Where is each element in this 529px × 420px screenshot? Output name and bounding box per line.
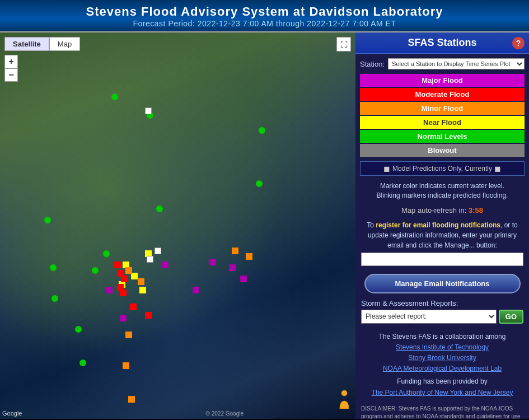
map-marker[interactable]	[139, 287, 146, 293]
station-label: Station:	[360, 60, 385, 68]
svg-point-0	[341, 390, 347, 396]
stony-brook-link[interactable]: Stony Brook University	[361, 353, 523, 363]
go-button[interactable]: GO	[499, 310, 523, 324]
marker-info-line2: Blinking markers indicate predicted floo…	[377, 192, 508, 199]
station-select[interactable]: Select a Station to Display Time Series …	[388, 58, 525, 69]
map-marker[interactable]	[156, 206, 163, 212]
legend-normal-levels: Normal Levels	[360, 130, 525, 143]
map-area[interactable]: Satellite Map + − ⛶ Google © 2022 Google	[0, 32, 355, 419]
copyright-watermark: © 2022 Google	[206, 410, 244, 417]
model-predictions-row: ◼ Model Predictions Only, Currently ◼	[360, 161, 525, 176]
map-marker[interactable]	[193, 287, 199, 293]
map-marker[interactable]	[103, 250, 110, 257]
map-marker[interactable]	[92, 267, 99, 274]
map-marker[interactable]	[75, 326, 82, 333]
header: Stevens Flood Advisory System at Davidso…	[0, 0, 529, 32]
funding-text: Funding has been provided by The Port Au…	[361, 376, 523, 398]
model-icon-right: ◼	[494, 164, 501, 173]
page-title: Stevens Flood Advisory System at Davidso…	[2, 4, 527, 19]
map-marker[interactable]	[121, 276, 128, 282]
storm-section: Storm & Assessment Reports: Please selec…	[355, 296, 529, 327]
sidebar-title: SFAS Stations	[408, 37, 476, 48]
stevens-link[interactable]: Stevens Institute of Technology	[361, 342, 523, 353]
map-marker[interactable]	[232, 248, 238, 254]
map-marker[interactable]	[114, 262, 121, 268]
map-marker[interactable]	[259, 127, 265, 134]
map-marker[interactable]	[125, 267, 132, 274]
map-marker[interactable]	[209, 259, 216, 265]
map-marker[interactable]	[246, 253, 252, 260]
noaa-link[interactable]: NOAA Meteorological Development Lab	[361, 363, 523, 374]
marker-info-line1: Marker color indicates current water lev…	[380, 182, 504, 190]
map-marker[interactable]	[52, 295, 58, 302]
refresh-timer: 3:58	[469, 206, 483, 214]
map-marker[interactable]	[50, 264, 57, 271]
email-input[interactable]	[361, 253, 523, 266]
disclaimer-text: DISCLAIMER: Stevens FAS is supported by …	[361, 405, 521, 419]
map-marker[interactable]	[130, 304, 137, 310]
port-authority-link[interactable]: The Port Authority of New York and New J…	[361, 388, 523, 398]
legend-minor-flood: Minor Flood	[360, 102, 525, 115]
legend-major-flood: Major Flood	[360, 74, 525, 87]
zoom-out-button[interactable]: −	[4, 68, 18, 82]
map-marker[interactable]	[147, 256, 153, 263]
map-marker[interactable]	[125, 332, 132, 338]
legend-moderate-flood: Moderate Flood	[360, 88, 525, 101]
map-marker[interactable]	[240, 276, 247, 282]
map-marker[interactable]	[106, 287, 113, 293]
storm-row: Please select report: GO	[361, 310, 523, 324]
forecast-period: Forecast Period: 2022-12-23 7:00 AM thro…	[2, 19, 527, 28]
map-marker[interactable]	[120, 315, 127, 321]
map-marker[interactable]	[162, 262, 168, 268]
model-icon-left: ◼	[383, 164, 390, 173]
map-marker[interactable]	[79, 360, 86, 366]
map-marker[interactable]	[111, 94, 118, 100]
person-icon[interactable]	[338, 390, 351, 409]
satellite-tab[interactable]: Satellite	[4, 37, 49, 51]
storm-select[interactable]: Please select report:	[361, 310, 497, 324]
email-text: To register for email flooding notificat…	[367, 221, 517, 249]
storm-label: Storm & Assessment Reports:	[361, 299, 523, 307]
fullscreen-icon: ⛶	[340, 40, 348, 49]
map-marker[interactable]	[229, 264, 236, 271]
legend: Major Flood Moderate Flood Minor Flood N…	[355, 72, 529, 159]
refresh-label: Map auto-refresh in:	[401, 206, 466, 214]
station-row: Station: Select a Station to Display Tim…	[355, 54, 529, 72]
map-marker[interactable]	[120, 290, 127, 296]
zoom-in-button[interactable]: +	[4, 55, 18, 68]
collab-section: The Stevens FAS is a collaboration among…	[355, 327, 529, 403]
map-background	[0, 32, 355, 419]
map-marker[interactable]	[44, 217, 51, 223]
map-marker[interactable]	[145, 312, 152, 319]
collab-text: The Stevens FAS is a collaboration among	[379, 333, 506, 340]
legend-near-flood: Near Flood	[360, 116, 525, 129]
email-section: To register for email flooding notificat…	[355, 217, 529, 272]
map-type-controls: Satellite Map	[4, 37, 80, 51]
map-marker[interactable]	[256, 180, 263, 187]
map-marker[interactable]	[138, 278, 144, 285]
map-marker[interactable]	[155, 248, 161, 254]
map-marker[interactable]	[145, 108, 152, 114]
main-layout: Satellite Map + − ⛶ Google © 2022 Google	[0, 32, 529, 419]
legend-blowout: Blowout	[360, 144, 525, 157]
map-tab[interactable]: Map	[49, 37, 80, 51]
manage-email-button[interactable]: Manage Email Notifications	[364, 274, 521, 293]
help-button[interactable]: ?	[512, 37, 525, 49]
google-watermark: Google	[2, 410, 22, 417]
marker-info: Marker color indicates current water lev…	[355, 178, 529, 204]
fullscreen-button[interactable]: ⛶	[336, 37, 351, 52]
map-marker[interactable]	[123, 362, 129, 369]
sidebar-header: SFAS Stations ?	[355, 32, 529, 54]
sidebar: SFAS Stations ? Station: Select a Statio…	[355, 32, 529, 419]
model-label: Model Predictions Only, Currently	[392, 165, 492, 172]
register-link-text: register for email flooding notification…	[376, 221, 500, 229]
refresh-row: Map auto-refresh in: 3:58	[355, 204, 529, 217]
zoom-controls: + −	[4, 55, 18, 82]
map-marker[interactable]	[128, 396, 135, 403]
disclaimer: DISCLAIMER: Stevens FAS is supported by …	[355, 403, 529, 419]
